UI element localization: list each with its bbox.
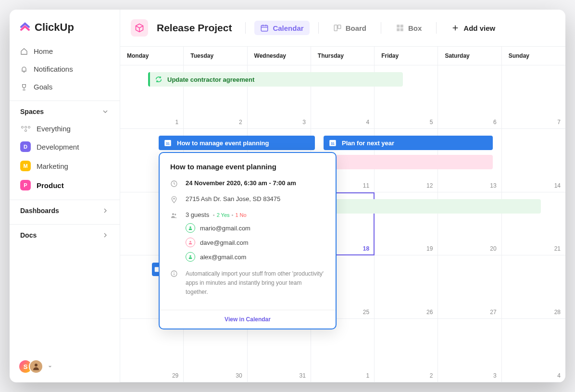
svg-rect-7: [400, 28, 403, 31]
space-product[interactable]: P Product: [13, 176, 116, 195]
project-icon: [131, 19, 148, 37]
popover-datetime: 24 November 2020, 6:30 am - 7:00 am: [186, 179, 296, 187]
date-number: 12: [426, 182, 433, 189]
svg-rect-5: [400, 25, 403, 27]
calendar-cell[interactable]: 26: [375, 255, 438, 319]
nav-item-notifications[interactable]: Notifications: [13, 60, 116, 78]
date-number: 7: [557, 119, 561, 126]
day-header: Tuesday: [184, 47, 247, 65]
space-marketing[interactable]: M Marketing: [13, 156, 116, 176]
popover-title: How to manage event planning: [170, 163, 325, 171]
svg-point-19: [189, 255, 191, 257]
section-title: Spaces: [20, 108, 44, 115]
date-number: 18: [363, 245, 369, 252]
nav-primary: Home Notifications Goals: [10, 42, 120, 96]
sidebar: ClickUp Home Notifications Goals Spaces: [10, 10, 120, 382]
chevron-down-icon: [101, 108, 109, 115]
calendar-cell[interactable]: 7: [502, 65, 565, 129]
event-plan-year[interactable]: 31 Plan for next year: [324, 136, 493, 150]
space-label: Marketing: [37, 162, 68, 170]
view-label: Calendar: [273, 24, 303, 32]
chevron-right-icon: [101, 207, 109, 215]
svg-point-18: [189, 241, 191, 242]
date-number: 19: [426, 245, 433, 252]
dashboards-section[interactable]: Dashboards: [10, 200, 120, 219]
section-title: Dashboards: [20, 207, 59, 215]
view-in-calendar-link[interactable]: View in Calendar: [160, 310, 336, 329]
app-window: ClickUp Home Notifications Goals Spaces: [10, 10, 565, 382]
svg-rect-2: [334, 25, 337, 31]
svg-point-0: [35, 364, 38, 367]
guests-icon: [170, 212, 178, 219]
chevron-right-icon: [101, 231, 109, 239]
guest-row: dave@gmail.com: [186, 238, 250, 247]
docs-section[interactable]: Docs: [10, 224, 120, 244]
space-everything[interactable]: Everything: [13, 120, 116, 137]
date-number: 31: [299, 372, 305, 379]
date-number: 4: [366, 119, 369, 126]
date-number: 30: [236, 372, 242, 379]
calendar-cell[interactable]: 3: [438, 319, 501, 382]
person-icon: [188, 254, 193, 259]
date-number: 6: [493, 119, 497, 126]
space-development[interactable]: D Development: [13, 137, 116, 156]
nav-label: Home: [34, 47, 53, 55]
calendar-cell[interactable]: 6: [438, 65, 501, 129]
trophy-icon: [20, 83, 28, 91]
svg-point-17: [189, 227, 191, 228]
divider: [245, 22, 246, 34]
view-tab-board[interactable]: Board: [327, 21, 372, 35]
calendar-cell[interactable]: 4: [502, 319, 565, 382]
main-area: Release Project Calendar Board Box Add v…: [120, 10, 565, 382]
guests-no: 1 No: [235, 212, 246, 218]
nav-item-goals[interactable]: Goals: [13, 78, 116, 96]
person-icon: [188, 240, 193, 245]
space-badge: D: [20, 141, 31, 152]
date-number: 5: [430, 119, 433, 126]
guest-row: mario@gmail.com: [186, 223, 250, 233]
event-manage-planning[interactable]: 31 How to manage event planning: [159, 136, 315, 150]
nav-item-home[interactable]: Home: [13, 42, 116, 60]
nav-label: Notifications: [34, 65, 73, 73]
day-header: Wednesday: [248, 47, 311, 65]
space-badge: P: [20, 180, 31, 190]
calendar-cell[interactable]: 27: [438, 255, 501, 319]
date-number: 1: [175, 119, 179, 126]
date-number: 14: [554, 182, 561, 189]
guest-email: mario@gmail.com: [200, 225, 250, 232]
add-view-button[interactable]: Add view: [445, 21, 501, 35]
calendar-grid: 1234567111213141819202125262728293031123…: [120, 65, 565, 382]
view-label: Box: [408, 24, 422, 32]
calendar-cell[interactable]: 14: [502, 129, 565, 192]
view-tab-calendar[interactable]: Calendar: [254, 21, 309, 35]
space-label: Development: [37, 143, 79, 151]
date-number: 11: [363, 182, 369, 189]
event-update-contractor[interactable]: Update contractor agreement: [148, 72, 403, 87]
guests-count: 3 guests: [186, 211, 209, 218]
svg-point-21: [174, 272, 175, 273]
guest-avatar: [186, 223, 195, 233]
caret-down-icon: [46, 363, 54, 370]
recurring-icon: [155, 76, 162, 83]
calendar-day-icon: 31: [328, 139, 337, 147]
view-label: Add view: [463, 24, 495, 32]
date-number: 21: [554, 245, 561, 252]
section-title: Docs: [20, 231, 37, 239]
spaces-header[interactable]: Spaces: [10, 101, 120, 120]
date-number: 4: [557, 372, 561, 379]
view-tab-box[interactable]: Box: [390, 21, 427, 35]
svg-rect-1: [262, 25, 268, 31]
calendar-cell[interactable]: 28: [502, 255, 565, 319]
svg-point-16: [175, 214, 176, 215]
date-number: 20: [490, 245, 496, 252]
svg-rect-22: [174, 273, 174, 275]
location-icon: [170, 196, 178, 203]
event-pink[interactable]: [324, 155, 493, 169]
project-title: Release Project: [157, 22, 232, 34]
user-menu[interactable]: S: [10, 351, 120, 382]
space-label: Everything: [37, 125, 71, 133]
space-badge: M: [20, 161, 31, 171]
calendar-cell[interactable]: 2: [375, 319, 438, 382]
board-icon: [333, 24, 342, 32]
date-number: 3: [493, 372, 497, 379]
